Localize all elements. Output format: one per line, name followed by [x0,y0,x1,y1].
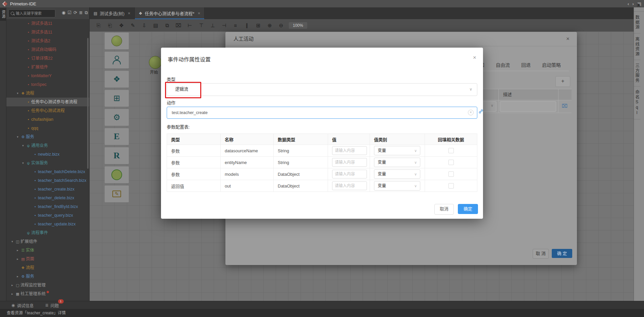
tab-close-icon[interactable]: × [198,11,200,16]
tree-item[interactable]: ● 任务中心测试流程 [6,106,89,115]
tree-item[interactable]: ▾ ◫ 扩展组件 [6,237,89,246]
palette-r-node[interactable]: R [105,147,129,164]
tree-item[interactable]: ● teacher_batchSearch.bizx [6,176,89,185]
copy-icon[interactable]: ⎘ [93,22,104,29]
tree-item[interactable]: ● tonSpec [6,80,89,89]
tree-item[interactable]: ● teacher_batchDelete.bizx [6,167,89,176]
expand-arrow-icon[interactable]: ▾ [15,89,20,98]
collapse-all-icon[interactable]: ≣ [79,10,83,15]
tree-item[interactable]: ● teacher_create.bizx [6,185,89,194]
start-node[interactable] [149,56,162,69]
zoom-level[interactable]: 100% [289,22,307,29]
modal-close-icon[interactable]: × [473,54,476,61]
tree-item[interactable]: ● chufashijian [6,115,89,124]
paste-icon[interactable]: ⎗ [104,22,116,29]
tree-scrollbar[interactable] [87,38,89,169]
value-input[interactable] [332,146,367,155]
tree-item[interactable]: ▾ ⚙ 服务 [6,133,89,141]
tree-item[interactable]: ● teacher_update.bizx [6,220,89,228]
pan-hand-icon[interactable]: ✥ [116,22,127,29]
zoom-out-icon[interactable]: ⊖ [275,22,287,29]
value-kind-select[interactable]: 变量 [374,146,420,155]
validate-icon[interactable]: ☑ [67,10,71,15]
align-left-icon[interactable]: ⊢ [184,22,196,29]
value-kind-select[interactable]: 变量 [374,158,420,167]
align-bottom-icon[interactable]: ⊥ [207,22,218,29]
tree-item[interactable]: ▸ ▢ 流程监控管理 [6,281,89,289]
palette-service-task[interactable]: ⚙ [105,109,129,126]
palette-human-activity[interactable] [105,52,129,68]
tree-item[interactable]: ● qqq [6,124,89,133]
right-rail-tab[interactable]: 命名Sql [634,87,640,119]
align-center-icon[interactable]: ≡ [230,22,241,28]
tree-item[interactable]: ▸ ⚙ 服务 [6,272,89,281]
tab-problems[interactable]: ≣ 问题 1 [45,302,59,309]
expand-arrow-icon[interactable]: ▾ [20,159,25,167]
expand-arrow-icon[interactable]: ▸ [10,281,15,289]
row-delete-icon[interactable]: ⌧ [562,103,568,109]
tree-item[interactable]: ● teacher_query.bizx [6,211,89,220]
tree-item[interactable]: ● 测试多选2 [6,37,89,45]
expand-arrow-icon[interactable]: ▾ [15,133,20,141]
align-top-icon[interactable]: ⊤ [196,22,207,29]
tree-item[interactable]: ● 扩展组件 [6,63,89,71]
download-icon[interactable]: ⇩ [139,22,150,29]
tab-test-multiselect-tree[interactable]: ▤ 测试多选(树) × [90,7,135,19]
value-input[interactable] [332,170,367,178]
save-resource-icon[interactable]: ▣ [637,2,641,7]
backfill-checkbox[interactable] [448,160,454,165]
expand-arrow-icon[interactable]: ▾ [10,237,15,246]
expand-arrow-icon[interactable]: ▾ [20,141,25,150]
tree-item[interactable]: ● 测试多选11 [6,28,89,37]
value-input[interactable] [332,181,367,190]
value-kind-select[interactable]: 变量 [374,181,420,191]
tree-item[interactable]: ▾ ψ 实体服务 [6,159,89,167]
tree-item[interactable]: ● 测试多选11 [6,19,89,28]
tree-item[interactable]: ▸ ▦ 社工管理系统 [6,289,89,298]
clear-icon[interactable]: ✕ [468,110,474,115]
tree-item[interactable]: ▾ ❖ 流程 [6,89,89,98]
refresh-icon[interactable]: ⟳ [73,10,77,15]
tab-debug-info[interactable]: ◉ 调试信息 [11,302,34,309]
value-kind-select[interactable]: 变量 [374,169,420,179]
align-right-icon[interactable]: ⊣ [218,22,230,29]
tree-item[interactable]: ● newbiz.bizx [6,150,89,159]
fit-screen-icon[interactable]: ⊞ [253,22,264,29]
expand-arrow-icon[interactable]: ▸ [15,246,20,255]
tree-item[interactable]: ▸ ☰ 实体 [6,246,89,255]
tree-item[interactable]: ▾ ψ 通用业务 [6,141,89,150]
backfill-checkbox[interactable] [448,148,454,153]
palette-start-node[interactable] [105,33,129,49]
search-box[interactable] [8,9,55,17]
rail-tab-resources[interactable]: 资源 [0,8,6,21]
dialog-tab[interactable]: 启动策略 [542,61,561,68]
tree-item[interactable]: ❖ 流程 [6,263,89,272]
row-desc-input[interactable] [500,101,556,112]
backfill-checkbox[interactable] [448,171,454,177]
expand-arrow-icon[interactable]: ▸ [15,255,20,263]
distribute-icon[interactable]: ∥ [241,22,253,29]
right-rail-tab[interactable]: 离线资源 [634,34,640,60]
palette-end-node[interactable] [105,166,129,183]
ai-assist-icon[interactable]: ◉ [62,10,65,15]
duplicate-icon[interactable]: ⧉ [161,22,173,29]
compare-icon[interactable]: ⧉ [85,10,88,15]
right-rail-tab[interactable]: 数据源 [634,12,640,34]
format-paint-icon[interactable]: ✎ [127,22,139,29]
action-input[interactable] [171,107,461,118]
tab-close-icon[interactable]: × [128,11,130,16]
dialog-tab[interactable]: 回退 [521,61,531,68]
tree-item[interactable]: ● teacher_findById.bizx [6,202,89,211]
palette-gateway[interactable]: ❖ [105,71,129,88]
modal-cancel-button[interactable]: 取消 [434,204,454,215]
tree-item[interactable]: ● 订单详情22 [6,54,89,63]
dialog-cancel-button[interactable]: 取 消 [533,249,549,259]
nav-forward-icon[interactable]: › [632,1,634,6]
dialog-ok-button[interactable]: 确 定 [552,249,572,258]
search-input[interactable] [15,11,55,16]
tree-item[interactable]: ● teacher_delete.bizx [6,194,89,202]
tree-item[interactable]: ● tonMatterY [6,71,89,80]
modal-ok-button[interactable]: 确定 [458,204,478,214]
dialog-close-icon[interactable]: × [566,36,570,42]
type-select[interactable]: 逻辑流 ∨ [167,83,477,96]
